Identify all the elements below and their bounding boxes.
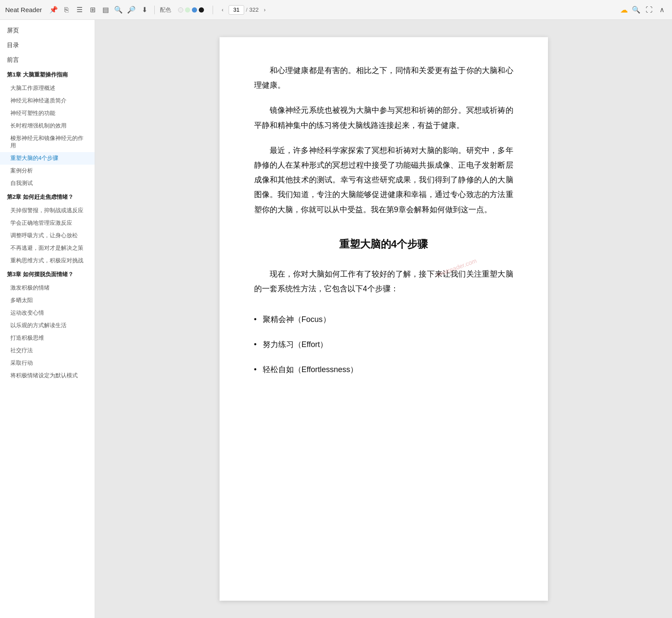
sidebar-item-positive-thinking[interactable]: 打造积极思维	[0, 332, 95, 344]
sidebar-item-neurons[interactable]: 神经元和神经递质简介	[0, 95, 95, 107]
sidebar-item-self-test[interactable]: 自我测试	[0, 177, 95, 190]
paragraph-4: 现在，你对大脑如何工作有了较好的了解，接下来让我们关注重塑大脑的一套系统性方法，…	[254, 267, 513, 296]
download-icon[interactable]: ⬇	[140, 5, 149, 15]
sidebar-item-sunshine[interactable]: 多晒太阳	[0, 294, 95, 307]
sidebar-item-breathing[interactable]: 调整呼吸方式，让身心放松	[0, 229, 95, 242]
toolbar-separator	[154, 6, 155, 14]
search-icon[interactable]: 🔍	[114, 5, 123, 15]
book-page: 和心理健康都是有害的。相比之下，同情和关爱更有益于你的大脑和心理健康。 镜像神经…	[220, 37, 548, 601]
sidebar-item-action[interactable]: 采取行动	[0, 357, 95, 370]
sidebar-item-4-steps[interactable]: 重塑大脑的4个步骤	[0, 152, 95, 165]
fullscreen-search-icon[interactable]: 🔍	[631, 5, 641, 15]
sidebar-item-reframe[interactable]: 重构思维方式，积极应对挑战	[0, 255, 95, 267]
color-dot-white[interactable]	[178, 7, 183, 13]
sidebar-item-no-escape[interactable]: 不再逃避，面对才是解决之策	[0, 242, 95, 255]
sidebar-item-optimism[interactable]: 以乐观的方式解读生活	[0, 319, 95, 332]
page-navigation: ‹ / 322 ›	[218, 5, 269, 15]
app-title: Neat Reader	[5, 6, 42, 13]
sidebar-item-social[interactable]: 社交疗法	[0, 344, 95, 357]
total-pages: 322	[249, 6, 259, 13]
sidebar-item-default-mode[interactable]: 将积极情绪设定为默认模式	[0, 370, 95, 382]
paragraph-3: 最近，许多神经科学家探索了冥想和祈祷对大脑的影响。研究中，多年静修的人在某种形式…	[254, 143, 513, 217]
toolbar-right: ☁ 🔍 ⛶ ∧	[620, 5, 667, 15]
page-separator: /	[246, 6, 248, 13]
sidebar-item-brain-overview[interactable]: 大脑工作原理概述	[0, 82, 95, 95]
chevron-up-icon[interactable]: ∧	[657, 5, 667, 15]
sidebar-chapter-3[interactable]: 第3章 如何摆脱负面情绪？	[0, 267, 95, 282]
sidebar-item-case-study[interactable]: 案例分析	[0, 165, 95, 177]
grid-icon[interactable]: ⊞	[88, 5, 97, 15]
toolbar-separator-2	[213, 6, 213, 14]
color-dot-blue[interactable]	[192, 7, 197, 13]
reading-area: 和心理健康都是有害的。相比之下，同情和关爱更有益于你的大脑和心理健康。 镜像神经…	[95, 20, 672, 618]
search2-icon[interactable]: 🔎	[127, 5, 136, 15]
sidebar-item-stress[interactable]: 学会正确地管理应激反应	[0, 217, 95, 229]
sidebar-item-alarm[interactable]: 关掉假警报，抑制战或逃反应	[0, 204, 95, 217]
color-dot-dark[interactable]	[199, 7, 204, 13]
doc-icon[interactable]: ▤	[101, 5, 110, 15]
sidebar-item-screens[interactable]: 屏页	[0, 23, 95, 38]
paragraph-2: 镜像神经元系统也被视为大脑中参与冥想和祈祷的部分。冥想或祈祷的平静和精神集中的练…	[254, 103, 513, 132]
sidebar-item-ltp[interactable]: 长时程增强机制的效用	[0, 120, 95, 132]
next-page-button[interactable]: ›	[260, 6, 269, 14]
sidebar-item-exercise[interactable]: 运动改变心情	[0, 307, 95, 319]
sidebar-item-preface[interactable]: 前言	[0, 53, 95, 67]
color-label: 配色	[160, 6, 171, 14]
cloud-icon[interactable]: ☁	[620, 5, 628, 15]
color-options	[178, 7, 204, 13]
chapter-heading: 重塑大脑的4个步骤	[254, 234, 513, 254]
sidebar-item-mirror-neurons[interactable]: 梭形神经元和镜像神经元的作用	[0, 132, 95, 152]
main-layout: 屏页 目录 前言 第1章 大脑重塑操作指南 大脑工作原理概述 神经元和神经递质简…	[0, 20, 672, 618]
sidebar-item-neuroplasticity[interactable]: 神经可塑性的功能	[0, 107, 95, 120]
list-item-3: 轻松自如（Effortlessness）	[254, 357, 513, 382]
color-dot-green[interactable]	[185, 7, 190, 13]
paragraph-1: 和心理健康都是有害的。相比之下，同情和关爱更有益于你的大脑和心理健康。	[254, 63, 513, 92]
pin-icon[interactable]: 📌	[49, 5, 58, 15]
sidebar-chapter-1[interactable]: 第1章 大脑重塑操作指南	[0, 67, 95, 82]
toolbar: Neat Reader 📌 ⎘ ☰ ⊞ ▤ 🔍 🔎 ⬇ 配色 ‹ / 322 ›…	[0, 0, 672, 20]
list-item-1: 聚精会神（Focus）	[254, 307, 513, 332]
fullscreen-icon[interactable]: ⛶	[644, 5, 654, 15]
copy-icon[interactable]: ⎘	[62, 5, 71, 15]
menu-icon[interactable]: ☰	[75, 5, 84, 15]
steps-list: 聚精会神（Focus） 努力练习（Effort） 轻松自如（Effortless…	[254, 307, 513, 382]
sidebar-chapter-2[interactable]: 第2章 如何赶走焦虑情绪？	[0, 190, 95, 204]
list-item-2: 努力练习（Effort）	[254, 332, 513, 357]
sidebar-item-toc[interactable]: 目录	[0, 38, 95, 53]
prev-page-button[interactable]: ‹	[218, 6, 227, 14]
sidebar-item-positive-emotions[interactable]: 激发积极的情绪	[0, 282, 95, 294]
sidebar: 屏页 目录 前言 第1章 大脑重塑操作指南 大脑工作原理概述 神经元和神经递质简…	[0, 20, 95, 618]
page-number-input[interactable]	[229, 5, 244, 15]
